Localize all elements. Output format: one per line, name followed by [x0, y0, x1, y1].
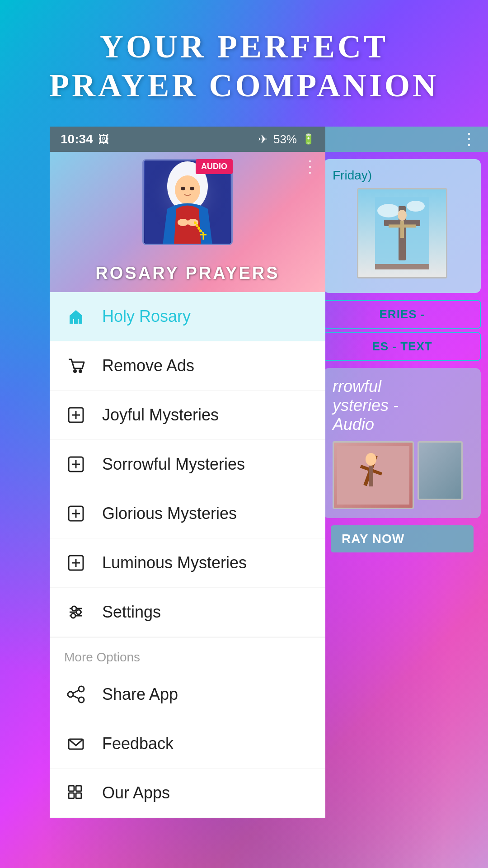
- svg-point-5: [398, 210, 407, 221]
- bg-stamp-image: [357, 188, 447, 278]
- menu-item-holy-rosary[interactable]: Holy Rosary: [50, 292, 325, 341]
- remove-ads-label: Remove Ads: [102, 356, 194, 375]
- share-app-label: Share App: [102, 685, 178, 704]
- bg-card-title: Friday): [333, 168, 472, 183]
- our-apps-label: Our Apps: [102, 783, 170, 802]
- bg-mysteries-btn: ERIES -: [324, 300, 481, 329]
- svg-point-51: [68, 692, 73, 697]
- luminous-mysteries-label: Luminous Mysteries: [102, 553, 247, 572]
- svg-point-30: [73, 369, 77, 373]
- cart-icon: [64, 354, 88, 377]
- battery-text: 53%: [273, 132, 297, 146]
- menu-item-glorious-mysteries[interactable]: Glorious Mysteries: [50, 489, 325, 538]
- gallery-icon: 🖼: [99, 133, 109, 146]
- svg-rect-58: [69, 793, 74, 798]
- cross-add-icon-luminous: [64, 551, 88, 575]
- home-icon: [64, 305, 88, 328]
- background-content: ⋮ Friday): [316, 127, 488, 823]
- svg-point-47: [72, 606, 76, 611]
- bg-sorrowful-card: rrowfulysteries -Audio: [324, 368, 481, 518]
- tagline: YOUR PERFECT PRAYER COMPANION: [0, 27, 488, 105]
- app-icon-container: AUDIO: [142, 159, 233, 250]
- holy-rosary-label: Holy Rosary: [102, 307, 191, 326]
- status-bar: 10:34 🖼 ✈ 53% 🔋: [50, 127, 325, 152]
- header-more-button[interactable]: ⋮: [302, 157, 318, 176]
- svg-rect-56: [69, 786, 74, 791]
- svg-point-49: [71, 613, 75, 618]
- cross-image: [358, 189, 446, 277]
- svg-point-50: [79, 686, 84, 692]
- bg-pray-btn[interactable]: RAY NOW: [331, 525, 474, 552]
- menu-item-remove-ads[interactable]: Remove Ads: [50, 341, 325, 391]
- svg-point-31: [79, 369, 82, 373]
- menu-item-sorrowful-mysteries[interactable]: Sorrowful Mysteries: [50, 440, 325, 489]
- menu-item-feedback[interactable]: Feedback: [50, 719, 325, 769]
- glorious-mysteries-label: Glorious Mysteries: [102, 504, 237, 523]
- phone-container: 10:34 🖼 ✈ 53% 🔋 ⋮ AUDIO: [50, 127, 325, 823]
- svg-rect-57: [76, 786, 81, 791]
- feedback-label: Feedback: [102, 734, 174, 753]
- tagline-line2: PRAYER COMPANION: [0, 66, 488, 105]
- bg-friday-card: Friday): [324, 159, 481, 293]
- status-time: 10:34: [61, 132, 93, 146]
- app-title: ROSARY PRAYERS: [50, 264, 325, 283]
- svg-point-25: [197, 227, 200, 230]
- svg-point-24: [196, 224, 198, 227]
- tagline-line1: YOUR PERFECT: [0, 27, 488, 66]
- svg-rect-29: [74, 319, 78, 324]
- cross-add-icon-joyful: [64, 403, 88, 427]
- svg-rect-59: [76, 793, 81, 798]
- svg-point-27: [181, 187, 185, 190]
- status-icons: ✈ 53% 🔋: [258, 132, 314, 146]
- bg-sorrowful-title: rrowfulysteries -Audio: [333, 377, 472, 434]
- joyful-mysteries-label: Joyful Mysteries: [102, 406, 219, 425]
- menu-item-joyful-mysteries[interactable]: Joyful Mysteries: [50, 391, 325, 440]
- menu-item-our-apps[interactable]: Our Apps: [50, 769, 325, 818]
- menu-item-share-app[interactable]: Share App: [50, 670, 325, 719]
- menu-item-settings[interactable]: Settings: [50, 588, 325, 637]
- more-options-section: More Options: [50, 637, 325, 670]
- audio-badge: AUDIO: [196, 159, 233, 174]
- bg-top-bar: ⋮: [316, 127, 488, 152]
- drawer-menu: Holy Rosary Remove Ads Joy: [50, 292, 325, 818]
- svg-point-28: [190, 187, 194, 190]
- svg-point-48: [76, 610, 81, 614]
- svg-point-26: [199, 230, 202, 232]
- bg-stamp-3: [418, 441, 463, 500]
- svg-point-23: [194, 222, 197, 224]
- mail-icon: [64, 732, 88, 755]
- share-icon: [64, 683, 88, 706]
- svg-point-12: [366, 453, 376, 466]
- svg-point-1: [377, 204, 400, 217]
- bg-mysteries-text-btn: ES - TEXT: [324, 332, 481, 361]
- svg-point-17: [175, 175, 200, 204]
- more-options-label: More Options: [64, 650, 140, 664]
- svg-point-2: [407, 201, 425, 212]
- grid-icon: [64, 781, 88, 805]
- svg-point-52: [79, 697, 84, 703]
- sorrowful-mysteries-label: Sorrowful Mysteries: [102, 455, 245, 474]
- cross-add-icon-glorious: [64, 502, 88, 525]
- svg-rect-8: [375, 264, 429, 269]
- settings-icon: [64, 600, 88, 624]
- more-options-icon[interactable]: ⋮: [461, 130, 477, 149]
- bg-stamp-2: [333, 441, 414, 509]
- menu-item-luminous-mysteries[interactable]: Luminous Mysteries: [50, 538, 325, 588]
- battery-icon: 🔋: [302, 133, 314, 145]
- settings-label: Settings: [102, 603, 161, 622]
- svg-line-54: [73, 696, 79, 698]
- app-header: ⋮ AUDIO: [50, 152, 325, 292]
- airplane-icon: ✈: [258, 132, 268, 146]
- cross-add-icon-sorrowful: [64, 453, 88, 476]
- svg-line-53: [73, 690, 79, 693]
- svg-point-18: [178, 219, 188, 226]
